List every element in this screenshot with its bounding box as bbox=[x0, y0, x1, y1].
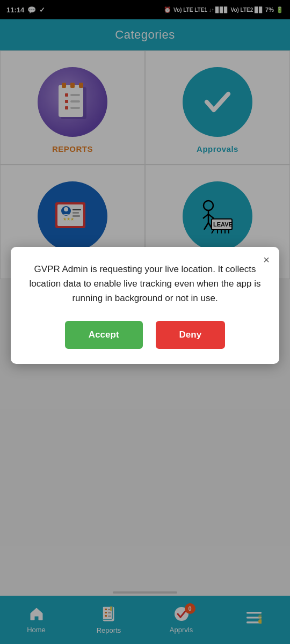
dialog-actions: Accept Deny bbox=[26, 321, 264, 349]
dialog-message: GVPR Admin is requesting your live locat… bbox=[26, 262, 264, 306]
location-dialog: × GVPR Admin is requesting your live loc… bbox=[11, 247, 279, 364]
accept-button[interactable]: Accept bbox=[65, 321, 143, 349]
deny-button[interactable]: Deny bbox=[156, 321, 226, 349]
close-button[interactable]: × bbox=[263, 254, 270, 265]
